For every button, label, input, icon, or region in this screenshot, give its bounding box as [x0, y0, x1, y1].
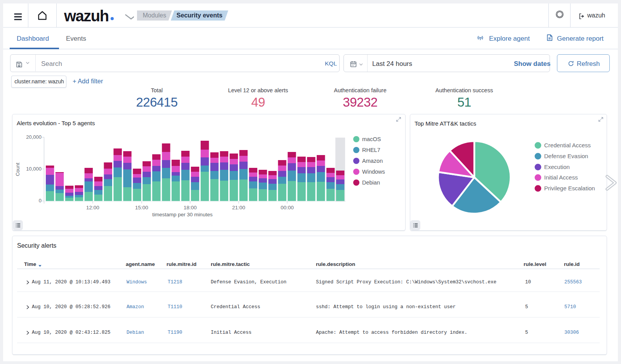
svg-text:Privilege Escalation: Privilege Escalation	[544, 185, 595, 191]
svg-text:0: 0	[39, 198, 42, 204]
svg-text:15:00: 15:00	[135, 205, 148, 210]
svg-text:Windows: Windows	[362, 169, 385, 175]
svg-text:18:00: 18:00	[184, 205, 197, 210]
svg-text:macOS: macOS	[362, 136, 381, 142]
svg-text:Amazon: Amazon	[362, 158, 383, 164]
svg-text:12:00: 12:00	[86, 205, 99, 210]
svg-text:Defense Evasion: Defense Evasion	[544, 153, 588, 159]
svg-text:Credential Access: Credential Access	[544, 142, 591, 148]
svg-text:20,000: 20,000	[26, 134, 42, 140]
svg-text:Count: Count	[15, 162, 21, 176]
svg-text:Execution: Execution	[544, 164, 570, 170]
svg-text:Debian: Debian	[362, 179, 380, 186]
svg-text:00:00: 00:00	[281, 205, 294, 210]
svg-text:21:00: 21:00	[232, 205, 245, 210]
svg-text:RHEL7: RHEL7	[362, 147, 380, 153]
svg-text:10,000: 10,000	[26, 166, 42, 172]
svg-text:timestamp per 30 minutes: timestamp per 30 minutes	[152, 212, 213, 217]
svg-text:Initial Access: Initial Access	[544, 174, 578, 181]
